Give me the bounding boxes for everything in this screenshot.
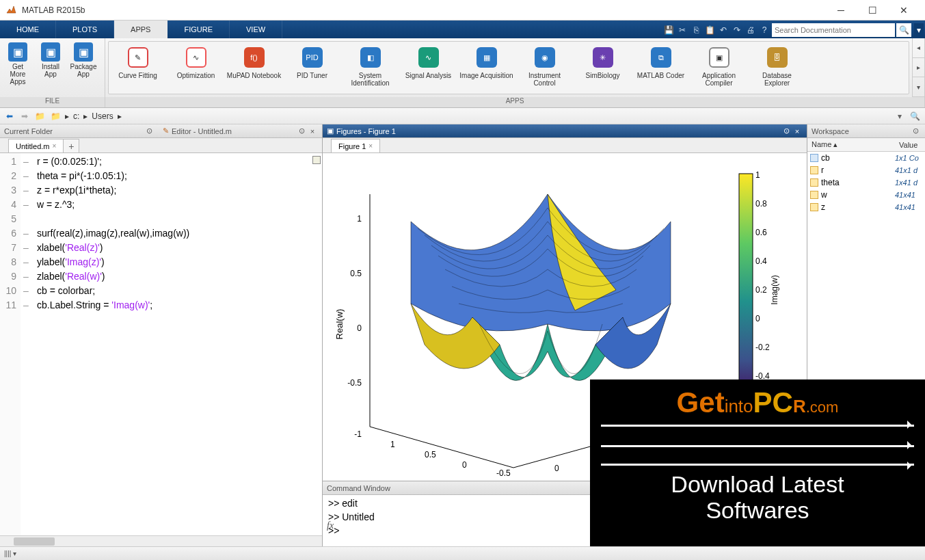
xlabel: Imag(z) bbox=[546, 479, 576, 481]
app-mupad-notebook[interactable]: f()MuPAD Notebook bbox=[225, 42, 283, 94]
titlebar: MATLAB R2015b ─ ☐ ✕ bbox=[0, 0, 925, 21]
svg-text:0: 0 bbox=[755, 314, 760, 323]
cblabel: Imag(w) bbox=[770, 275, 779, 304]
maximize-button[interactable]: ☐ bbox=[857, 0, 888, 21]
copy-icon[interactable]: ⎘ bbox=[690, 24, 702, 36]
app-system-identification[interactable]: ◧System Identification bbox=[341, 42, 399, 94]
forward-button[interactable]: ➡ bbox=[18, 110, 31, 122]
editor-hscrollbar[interactable] bbox=[0, 535, 322, 546]
svg-text:0.6: 0.6 bbox=[755, 228, 767, 237]
apps-scroll-right[interactable]: ▸ bbox=[913, 58, 924, 78]
status-bar: |||| ▾ bbox=[0, 546, 925, 560]
app-database-explorer[interactable]: 🗄Database Explorer bbox=[748, 42, 806, 94]
minimize-button[interactable]: ─ bbox=[825, 0, 857, 21]
redo-icon[interactable]: ↷ bbox=[731, 24, 743, 36]
app-matlab-coder[interactable]: ⧉MATLAB Coder bbox=[632, 42, 690, 94]
figures-menu-button[interactable]: ⊙ bbox=[781, 126, 792, 135]
workspace-var-theta[interactable]: theta1x41 d bbox=[807, 176, 925, 189]
ribbon: ▣Get More Apps▣Install App▣Package App F… bbox=[0, 38, 925, 108]
editor-menu-button[interactable]: ⊙ bbox=[296, 126, 307, 135]
svg-text:-0.5: -0.5 bbox=[496, 468, 511, 478]
install-app-button[interactable]: ▣Install App bbox=[34, 41, 67, 94]
get-more-apps-button[interactable]: ▣Get More Apps bbox=[1, 41, 34, 94]
undo-icon[interactable]: ↶ bbox=[717, 24, 729, 36]
address-bar[interactable]: 📁 ▸ c: ▸ Users ▸ bbox=[48, 111, 892, 121]
path-dropdown-button[interactable]: ▾ bbox=[894, 111, 906, 121]
ribbon-group-file-label: FILE bbox=[0, 97, 105, 107]
svg-text:0: 0 bbox=[554, 464, 559, 473]
app-pid-tuner[interactable]: PIDPID Tuner bbox=[283, 42, 341, 94]
figure-tab-close-icon[interactable]: × bbox=[368, 139, 373, 153]
svg-text:0.8: 0.8 bbox=[755, 199, 767, 209]
up-folder-button[interactable]: 📁 bbox=[33, 110, 46, 122]
workspace-var-cb[interactable]: cb1x1 Co bbox=[807, 152, 925, 164]
zlabel: Real(w) bbox=[334, 308, 345, 339]
help-icon[interactable]: ? bbox=[758, 24, 770, 36]
workspace-var-z[interactable]: z41x41 bbox=[807, 201, 925, 213]
app-instrument-control[interactable]: ◉Instrument Control bbox=[515, 42, 574, 94]
svg-text:0.2: 0.2 bbox=[755, 285, 767, 295]
edit-icon: ✎ bbox=[163, 126, 169, 135]
cut-icon[interactable]: ✂ bbox=[676, 24, 688, 36]
fx-icon[interactable]: fx bbox=[327, 520, 334, 531]
folder-icon: 📁 bbox=[51, 111, 61, 121]
editor-file-tab[interactable]: Untitled.m × bbox=[8, 139, 64, 152]
svg-text:-1: -1 bbox=[354, 429, 362, 439]
current-folder-header[interactable]: Current Folder ⊙ bbox=[0, 124, 159, 138]
tab-apps[interactable]: APPS bbox=[114, 21, 167, 38]
search-documentation-input[interactable] bbox=[772, 23, 895, 37]
new-tab-button[interactable]: + bbox=[63, 139, 79, 152]
tab-home[interactable]: HOME bbox=[0, 21, 56, 38]
editor-close-button[interactable]: × bbox=[307, 127, 318, 135]
folder-menu-button[interactable]: ⊙ bbox=[144, 126, 155, 135]
main-tabbar: HOME PLOTS APPS FIGURE VIEW 💾 ✂ ⎘ 📋 ↶ ↷ … bbox=[0, 21, 925, 38]
search-button[interactable]: 🔍 bbox=[896, 23, 911, 37]
ribbon-toggle-button[interactable]: ▾ bbox=[914, 23, 924, 37]
editor-marker[interactable] bbox=[312, 156, 321, 164]
code-editor[interactable]: 1234567891011 –––––––––– r = (0:0.025:1)… bbox=[0, 153, 322, 535]
path-search-button[interactable]: 🔍 bbox=[907, 110, 922, 122]
package-app-button[interactable]: ▣Package App bbox=[67, 41, 100, 94]
tab-close-icon[interactable]: × bbox=[53, 139, 57, 153]
figure-icon: ▣ bbox=[327, 126, 334, 135]
print-icon[interactable]: 🖨 bbox=[745, 24, 757, 36]
workspace-header[interactable]: Workspace ⊙ bbox=[807, 124, 925, 138]
workspace-col-name[interactable]: Name ▴ bbox=[807, 140, 895, 149]
watermark-overlay: GetintoPCR.com Download Latest Softwares bbox=[590, 379, 925, 546]
ribbon-group-apps-label: APPS bbox=[105, 97, 924, 107]
window-title: MATLAB R2015b bbox=[22, 5, 825, 15]
apps-expand[interactable]: ▾ bbox=[913, 77, 924, 97]
editor-header[interactable]: ✎ Editor - Untitled.m ⊙ × bbox=[159, 124, 322, 138]
tab-plots[interactable]: PLOTS bbox=[56, 21, 114, 38]
svg-text:1: 1 bbox=[390, 440, 395, 449]
figures-close-button[interactable]: × bbox=[792, 127, 803, 135]
save-icon[interactable]: 💾 bbox=[662, 24, 675, 36]
paste-icon[interactable]: 📋 bbox=[703, 24, 716, 36]
svg-text:0.4: 0.4 bbox=[755, 256, 767, 266]
apps-scroll-left[interactable]: ◂ bbox=[913, 38, 924, 58]
app-optimization[interactable]: ∿Optimization bbox=[167, 42, 225, 94]
workspace-var-w[interactable]: w41x41 bbox=[807, 189, 925, 201]
quick-access-toolbar: 💾 ✂ ⎘ 📋 ↶ ↷ 🖨 ? 🔍 ▾ bbox=[661, 22, 925, 38]
close-button[interactable]: ✕ bbox=[888, 0, 920, 21]
code-body[interactable]: r = (0:0.025:1)';theta = pi*(-1:0.05:1);… bbox=[31, 153, 322, 535]
app-signal-analysis[interactable]: ∿Signal Analysis bbox=[399, 42, 457, 94]
workspace-col-value[interactable]: Value bbox=[895, 141, 925, 149]
app-curve-fitting[interactable]: ✎Curve Fitting bbox=[109, 42, 167, 94]
figure-tab[interactable]: Figure 1 × bbox=[331, 139, 380, 152]
svg-text:-0.2: -0.2 bbox=[755, 343, 770, 352]
app-application-compiler[interactable]: ▣Application Compiler bbox=[690, 42, 748, 94]
workspace-var-r[interactable]: r41x1 d bbox=[807, 164, 925, 176]
svg-text:-0.5: -0.5 bbox=[347, 378, 362, 388]
tab-view[interactable]: VIEW bbox=[230, 21, 282, 38]
figures-header[interactable]: ▣ Figures - Figure 1 ⊙ × bbox=[323, 124, 807, 138]
workspace-menu-button[interactable]: ⊙ bbox=[910, 126, 921, 135]
path-toolbar: ⬅ ➡ 📁 📁 ▸ c: ▸ Users ▸ ▾ 🔍 bbox=[0, 108, 925, 124]
apps-scroll-nav: ◂ ▸ ▾ bbox=[912, 38, 924, 97]
app-simbiology[interactable]: ✳SimBiology bbox=[574, 42, 632, 94]
tab-figure[interactable]: FIGURE bbox=[167, 21, 230, 38]
svg-text:0.5: 0.5 bbox=[425, 450, 436, 459]
back-button[interactable]: ⬅ bbox=[3, 110, 16, 122]
figure-tabs: Figure 1 × bbox=[323, 138, 807, 153]
app-image-acquisition[interactable]: ▦Image Acquisition bbox=[457, 42, 515, 94]
